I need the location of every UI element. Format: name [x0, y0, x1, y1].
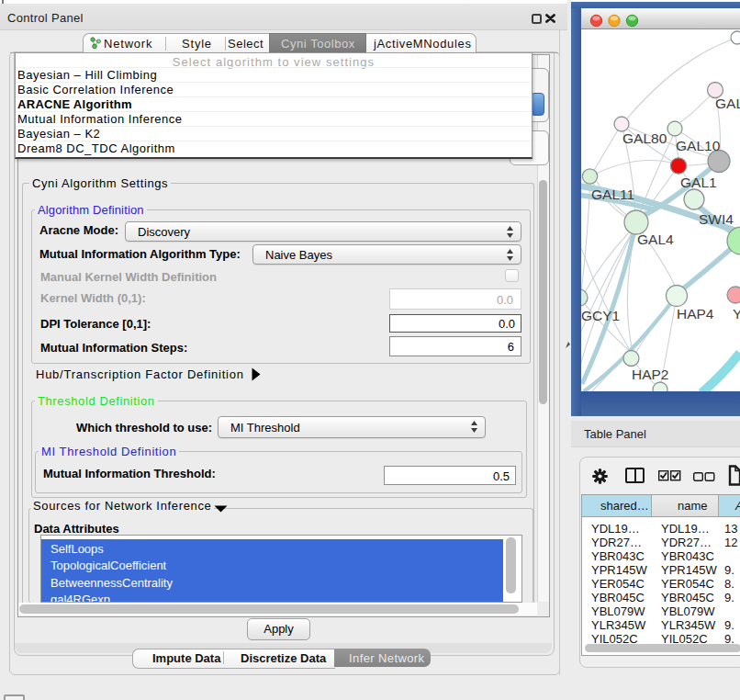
svg-text:Y: Y [733, 306, 740, 322]
svg-text:GAL1: GAL1 [680, 175, 717, 190]
svg-text:SWI4: SWI4 [699, 211, 734, 227]
svg-text:GAL80: GAL80 [622, 130, 667, 146]
svg-text:GAL11: GAL11 [591, 186, 634, 202]
svg-text:GAL4: GAL4 [637, 231, 674, 247]
svg-text:GAL10: GAL10 [676, 138, 721, 153]
svg-text:HAP2: HAP2 [632, 367, 669, 382]
svg-text:HAP4: HAP4 [677, 306, 714, 322]
svg-text:GAL7: GAL7 [715, 96, 740, 111]
svg-text:GCY1: GCY1 [581, 308, 620, 323]
